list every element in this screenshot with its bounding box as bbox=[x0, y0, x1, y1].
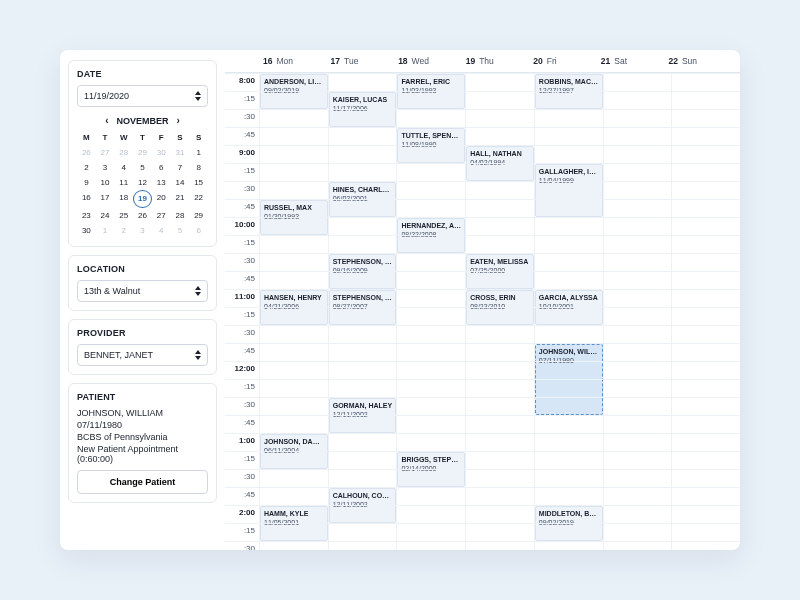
mini-calendar-day[interactable]: 23 bbox=[77, 208, 96, 223]
calendar-slot[interactable] bbox=[396, 199, 465, 217]
calendar-slot[interactable] bbox=[259, 145, 328, 163]
calendar-slot[interactable] bbox=[396, 415, 465, 433]
calendar-slot[interactable] bbox=[259, 397, 328, 415]
mini-calendar-day[interactable]: 2 bbox=[77, 160, 96, 175]
calendar-slot[interactable] bbox=[465, 235, 534, 253]
calendar-slot[interactable] bbox=[671, 199, 740, 217]
calendar-slot[interactable] bbox=[671, 505, 740, 523]
calendar-slot[interactable] bbox=[603, 127, 672, 145]
mini-calendar-day[interactable]: 4 bbox=[114, 160, 133, 175]
calendar-slot[interactable] bbox=[603, 235, 672, 253]
calendar-slot[interactable] bbox=[671, 127, 740, 145]
calendar-slot[interactable] bbox=[465, 181, 534, 199]
calendar-slot[interactable] bbox=[465, 523, 534, 541]
prev-month-icon[interactable]: ‹ bbox=[105, 115, 108, 126]
mini-calendar-day[interactable]: 24 bbox=[96, 208, 115, 223]
calendar-slot[interactable]: TUTTLE, SPEN…11/08/1990 bbox=[396, 127, 465, 145]
calendar-slot[interactable] bbox=[396, 541, 465, 550]
calendar-slot[interactable] bbox=[603, 73, 672, 91]
calendar-slot[interactable] bbox=[603, 91, 672, 109]
calendar-slot[interactable] bbox=[396, 235, 465, 253]
calendar-slot[interactable] bbox=[328, 433, 397, 451]
calendar-slot[interactable] bbox=[328, 235, 397, 253]
calendar-slot[interactable] bbox=[259, 253, 328, 271]
calendar-slot[interactable] bbox=[671, 451, 740, 469]
calendar-slot[interactable] bbox=[328, 307, 397, 325]
calendar-slot[interactable] bbox=[671, 487, 740, 505]
calendar-slot[interactable] bbox=[534, 145, 603, 163]
calendar-slot[interactable] bbox=[396, 289, 465, 307]
calendar-slot[interactable]: EATEN, MELISSA07/25/2000 bbox=[465, 253, 534, 271]
calendar-slot[interactable] bbox=[671, 397, 740, 415]
calendar-slot[interactable] bbox=[465, 91, 534, 109]
calendar-slot[interactable] bbox=[396, 505, 465, 523]
calendar-slot[interactable] bbox=[603, 307, 672, 325]
calendar-slot[interactable] bbox=[259, 451, 328, 469]
mini-calendar-day[interactable]: 5 bbox=[171, 223, 190, 238]
calendar-slot[interactable] bbox=[671, 181, 740, 199]
calendar-slot[interactable] bbox=[328, 325, 397, 343]
calendar-slot[interactable] bbox=[603, 253, 672, 271]
calendar-slot[interactable] bbox=[534, 433, 603, 451]
calendar-slot[interactable]: HAMM, KYLE11/05/2001 bbox=[259, 505, 328, 523]
calendar-slot[interactable]: ANDERSON, LIN…09/02/2019 bbox=[259, 73, 328, 91]
mini-calendar-day[interactable]: 26 bbox=[77, 145, 96, 160]
mini-calendar-day[interactable]: 25 bbox=[114, 208, 133, 223]
mini-calendar-day[interactable]: 28 bbox=[171, 208, 190, 223]
calendar-slot[interactable] bbox=[603, 397, 672, 415]
calendar-slot[interactable] bbox=[671, 343, 740, 361]
calendar-slot[interactable] bbox=[465, 307, 534, 325]
calendar-slot[interactable] bbox=[259, 109, 328, 127]
calendar-slot[interactable] bbox=[465, 505, 534, 523]
calendar-slot[interactable] bbox=[465, 397, 534, 415]
mini-calendar-day[interactable]: 28 bbox=[114, 145, 133, 160]
calendar-slot[interactable] bbox=[396, 181, 465, 199]
calendar-slot[interactable] bbox=[328, 415, 397, 433]
calendar-slot[interactable] bbox=[465, 217, 534, 235]
calendar-slot[interactable] bbox=[465, 325, 534, 343]
calendar-slot[interactable] bbox=[603, 487, 672, 505]
calendar-slot[interactable] bbox=[534, 271, 603, 289]
calendar-slot[interactable] bbox=[259, 487, 328, 505]
calendar-slot[interactable] bbox=[259, 307, 328, 325]
calendar-slot[interactable] bbox=[603, 271, 672, 289]
calendar-slot[interactable]: HALL, NATHAN04/02/1994 bbox=[465, 145, 534, 163]
calendar-slot[interactable] bbox=[603, 109, 672, 127]
calendar-slot[interactable] bbox=[671, 217, 740, 235]
calendar-slot[interactable] bbox=[396, 307, 465, 325]
calendar-slot[interactable] bbox=[671, 109, 740, 127]
mini-calendar-day[interactable]: 8 bbox=[189, 160, 208, 175]
calendar-day-header[interactable]: 17Tue bbox=[327, 50, 395, 72]
calendar-slot[interactable] bbox=[396, 433, 465, 451]
calendar-slot[interactable] bbox=[671, 271, 740, 289]
calendar-slot[interactable]: GARCIA, ALYSSA10/10/2001 bbox=[534, 289, 603, 307]
calendar-slot[interactable] bbox=[396, 361, 465, 379]
mini-calendar-day[interactable]: 3 bbox=[96, 160, 115, 175]
mini-calendar-day[interactable]: 29 bbox=[133, 145, 152, 160]
calendar-slot[interactable] bbox=[671, 415, 740, 433]
calendar-slot[interactable] bbox=[465, 379, 534, 397]
calendar-slot[interactable]: FARREL, ERIC11/03/1993 bbox=[396, 73, 465, 91]
calendar-slot[interactable] bbox=[534, 325, 603, 343]
mini-calendar-day[interactable]: 21 bbox=[171, 190, 190, 208]
mini-calendar-day[interactable]: 1 bbox=[96, 223, 115, 238]
calendar-slot[interactable] bbox=[534, 181, 603, 199]
calendar-slot[interactable] bbox=[671, 289, 740, 307]
calendar-slot[interactable] bbox=[328, 145, 397, 163]
calendar-slot[interactable]: MIDDLETON, BR…09/02/2019 bbox=[534, 505, 603, 523]
calendar-slot[interactable]: KAISER, LUCAS11/17/2006 bbox=[328, 91, 397, 109]
mini-calendar-day[interactable]: 29 bbox=[189, 208, 208, 223]
mini-calendar-day[interactable]: 6 bbox=[189, 223, 208, 238]
calendar-slot[interactable] bbox=[671, 163, 740, 181]
calendar-slot[interactable] bbox=[259, 271, 328, 289]
mini-calendar-day[interactable]: 30 bbox=[152, 145, 171, 160]
mini-calendar-day[interactable]: 17 bbox=[96, 190, 115, 208]
calendar-slot[interactable] bbox=[328, 163, 397, 181]
location-select[interactable]: 13th & Walnut bbox=[77, 280, 208, 302]
calendar-slot[interactable] bbox=[328, 379, 397, 397]
calendar-slot[interactable] bbox=[328, 523, 397, 541]
mini-calendar-day[interactable]: 31 bbox=[171, 145, 190, 160]
calendar-slot[interactable] bbox=[465, 73, 534, 91]
calendar-slot[interactable]: STEPHENSON, …08/27/2007 bbox=[328, 289, 397, 307]
calendar-slot[interactable] bbox=[396, 469, 465, 487]
